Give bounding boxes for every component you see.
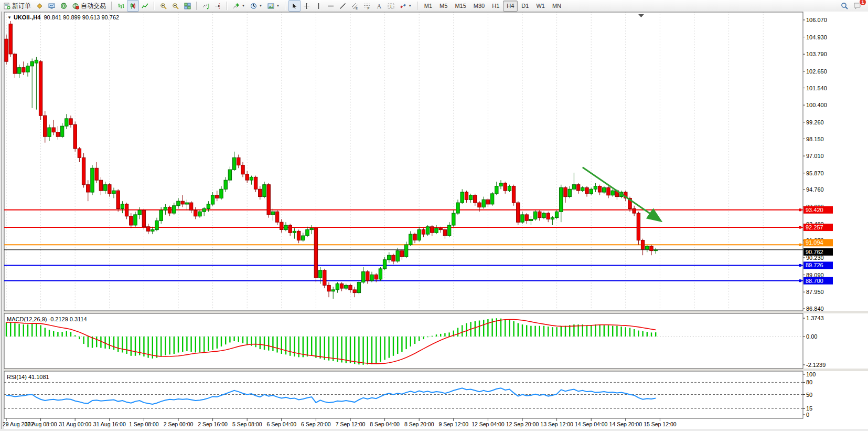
search-button[interactable] <box>838 0 851 12</box>
zoom-in-button[interactable] <box>157 0 169 12</box>
price-tick-label: 86.840 <box>806 306 824 312</box>
chart-canvas[interactable]: 106.070104.930103.790102.650101.540100.4… <box>0 12 868 431</box>
time-tick-label[interactable]: 12 Sep 04:00 <box>471 421 505 427</box>
templates-button[interactable]: ▼ <box>265 0 282 12</box>
bar-chart-icon <box>117 3 124 9</box>
timeframe-w1-button[interactable]: W1 <box>532 1 549 12</box>
timeframe-mn-button[interactable]: MN <box>549 1 565 12</box>
svg-text:T: T <box>389 4 392 9</box>
window-bottom-edge <box>0 429 868 431</box>
time-tick-label[interactable]: 14 Sep 20:00 <box>609 421 642 427</box>
time-tick-label[interactable]: 15 Sep 12:00 <box>644 421 677 427</box>
dropdown-caret-icon[interactable]: ▼ <box>242 4 245 7</box>
channel-icon: E <box>351 3 358 9</box>
indicators-button[interactable]: ▼ <box>230 0 248 12</box>
fibonacci-icon: F <box>363 3 370 9</box>
timeframe-h4-button[interactable]: H4 <box>503 1 518 12</box>
chart-symbol-header[interactable]: ▼UKOil-,H4 90.841 90.899 90.613 90.762 <box>7 14 119 20</box>
time-tick-label[interactable]: 7 Sep 12:00 <box>336 421 366 427</box>
time-tick-label[interactable]: 5 Sep 08:00 <box>232 421 262 427</box>
fibonacci-button[interactable]: F <box>361 0 373 12</box>
zoom-out-button[interactable] <box>169 0 181 12</box>
time-tick-label[interactable]: 13 Sep 12:00 <box>540 421 573 427</box>
candlestick-button[interactable] <box>127 0 139 12</box>
text-button[interactable]: A <box>373 0 385 12</box>
hline-handle[interactable] <box>799 226 801 229</box>
notifications-button[interactable]: 1 <box>851 0 864 12</box>
time-tick-label[interactable]: 31 Aug 00:00 <box>59 421 91 427</box>
price-tick-label: 104.930 <box>806 34 827 40</box>
pane-splitter[interactable] <box>4 369 868 371</box>
time-tick-label[interactable]: 6 Sep 20:00 <box>301 421 331 427</box>
time-tick-label[interactable]: 8 Sep 04:00 <box>370 421 400 427</box>
price-tick-label: 103.790 <box>806 51 827 57</box>
tile-windows-button[interactable] <box>181 0 194 12</box>
hline-handle[interactable] <box>799 244 801 246</box>
time-tick-label[interactable]: 1 Sep 08:00 <box>129 421 159 427</box>
chart-window: 106.070104.930103.790102.650101.540100.4… <box>0 12 868 431</box>
rsi-tick-label: 0 <box>806 412 809 418</box>
indicators-icon <box>233 3 240 9</box>
price-tick-label: 98.150 <box>806 136 824 142</box>
autotrading-button[interactable]: 自动交易 <box>70 0 109 12</box>
time-tick-label[interactable]: 30 Aug 08:00 <box>25 421 57 427</box>
hline-button[interactable] <box>325 0 337 12</box>
time-tick-label[interactable]: 2 Sep 16:00 <box>198 421 228 427</box>
trendline-button[interactable] <box>337 0 349 12</box>
auto-scroll-button[interactable] <box>200 0 212 12</box>
main-pane <box>4 12 803 311</box>
dropdown-caret-icon[interactable]: ▼ <box>259 4 262 7</box>
time-tick-label[interactable]: 8 Sep 20:00 <box>404 421 434 427</box>
cursor-button[interactable] <box>288 0 301 12</box>
new-order-button-label: 新订单 <box>12 2 31 10</box>
symbol-dropdown-icon[interactable]: ▼ <box>7 15 12 20</box>
hline-handle[interactable] <box>799 208 801 211</box>
line-chart-button[interactable] <box>139 0 151 12</box>
time-tick-label[interactable]: 14 Sep 04:00 <box>575 421 608 427</box>
bar-chart-button[interactable] <box>115 0 127 12</box>
time-tick-label[interactable]: 9 Sep 12:00 <box>438 421 468 427</box>
periods-button[interactable]: ▼ <box>248 0 265 12</box>
hline-handle[interactable] <box>799 264 801 267</box>
dropdown-caret-icon[interactable]: ▼ <box>276 4 280 7</box>
rsi-indicator-label: RSI(14) 41.1081 <box>7 374 49 380</box>
price-flag-label: 91.094 <box>806 239 823 246</box>
line-chart-icon <box>142 3 148 9</box>
metaeditor-icon <box>36 3 43 9</box>
timeframe-h1-button[interactable]: H1 <box>488 1 503 12</box>
time-tick-label[interactable]: 2 Sep 00:00 <box>164 421 194 427</box>
timeframe-d1-button[interactable]: D1 <box>518 1 532 12</box>
price-flag-label: 90.762 <box>806 249 823 255</box>
trendline-icon <box>339 3 346 9</box>
timeframe-m1-button[interactable]: M1 <box>421 1 436 12</box>
channel-button[interactable]: E <box>349 0 361 12</box>
zoom-in-icon <box>160 3 167 9</box>
terminal-icon <box>48 3 55 9</box>
label-button[interactable]: T <box>385 0 397 12</box>
market-watch-icon <box>60 3 67 9</box>
hline-handle[interactable] <box>799 279 801 282</box>
chart-shift-button[interactable] <box>212 0 224 12</box>
new-order-button[interactable]: 新订单 <box>1 0 34 12</box>
crosshair-icon <box>303 3 310 9</box>
macd-pane <box>4 313 803 369</box>
market-watch-button[interactable] <box>58 0 70 12</box>
toolbar-separator <box>196 2 197 10</box>
timeframe-toolbar: M1M5M15M30H1H4D1W1MN <box>420 0 566 12</box>
vline-button[interactable] <box>313 0 325 12</box>
pane-splitter[interactable] <box>4 311 868 313</box>
dropdown-caret-icon[interactable]: ▼ <box>409 4 412 7</box>
time-tick-label[interactable]: 12 Sep 20:00 <box>506 421 539 427</box>
timeframe-m30-button[interactable]: M30 <box>470 1 488 12</box>
tile-windows-icon <box>184 3 191 9</box>
terminal-button[interactable] <box>46 0 58 12</box>
arrows-button[interactable]: ▼ <box>397 0 414 12</box>
time-tick-label[interactable]: 31 Aug 16:00 <box>93 421 126 427</box>
time-tick-label[interactable]: 6 Sep 04:00 <box>266 421 296 427</box>
price-flag-label: 89.726 <box>806 262 823 268</box>
timeframe-m5-button[interactable]: M5 <box>436 1 451 12</box>
crosshair-button[interactable] <box>301 0 313 12</box>
timeframe-m15-button[interactable]: M15 <box>451 1 469 12</box>
metaeditor-button[interactable] <box>34 0 46 12</box>
templates-icon <box>267 3 274 9</box>
